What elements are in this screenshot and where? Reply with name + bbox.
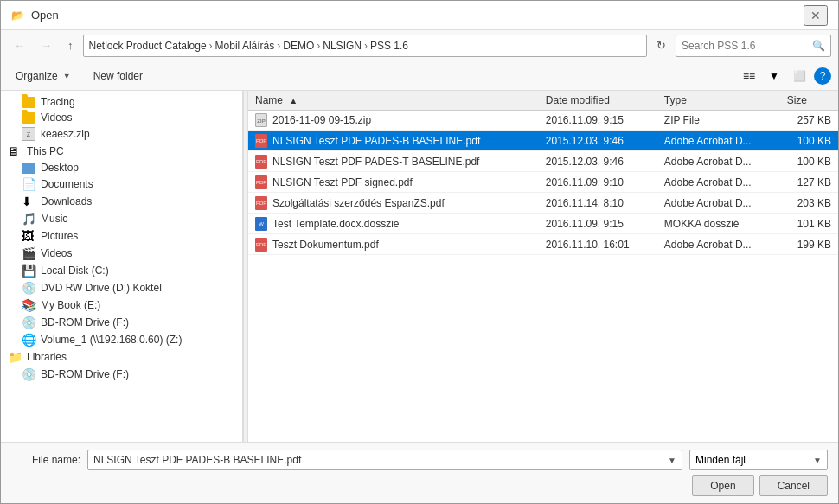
folder-icon (22, 97, 35, 108)
file-name-cell: W Test Template.docx.dosszie (248, 214, 539, 234)
file-list-panel: Name ▲ Date modified Type Size ZIP 2016-… (248, 91, 838, 442)
filename-dropdown-icon[interactable]: ▼ (668, 456, 676, 465)
pdf-icon: PDF (255, 238, 267, 252)
sidebar-item-this-pc[interactable]: 🖥 This PC (1, 143, 242, 160)
dvd-icon: 💿 (22, 281, 35, 295)
close-button[interactable]: ✕ (804, 5, 828, 26)
sidebar-item-label: keaesz.zip (41, 128, 90, 140)
music-icon: 🎵 (22, 212, 35, 226)
filetype-select[interactable]: Minden fájl ▼ (689, 450, 828, 470)
filetype-dropdown-icon[interactable]: ▼ (813, 456, 822, 465)
file-name: Test Template.docx.dosszie (272, 218, 400, 230)
file-icon-name: PDF Teszt Dokumentum.pdf (255, 238, 379, 252)
sidebar-item-desktop[interactable]: Desktop (1, 160, 242, 175)
column-date[interactable]: Date modified (539, 91, 657, 111)
up-button[interactable]: ↑ (61, 35, 80, 55)
book-icon: 📚 (22, 298, 35, 312)
table-row[interactable]: PDF NLSIGN Teszt PDF PADES-B BASELINE.pd… (248, 131, 838, 151)
file-date-cell: 2016.11.09. 9:10 (539, 172, 657, 193)
sidebar-item-label: Documents (41, 178, 93, 190)
table-row[interactable]: W Test Template.docx.dosszie 2016.11.09.… (248, 214, 838, 234)
bd-icon: 💿 (22, 316, 35, 329)
table-row[interactable]: PDF Szolgáltatási szerződés EspanZS.pdf … (248, 193, 838, 214)
breadcrumb[interactable]: Netlock Product Cataloge › Mobil Aláírás… (83, 35, 648, 57)
documents-icon: 📄 (22, 177, 35, 191)
breadcrumb-item: Mobil Aláírás (215, 40, 275, 52)
file-name-cell: ZIP 2016-11-09 09-15.zip (248, 111, 539, 131)
organize-label: Organize (16, 70, 58, 82)
docx-icon: W (255, 217, 267, 231)
file-size-cell: 203 KB (780, 193, 838, 214)
sidebar-item-libraries[interactable]: 📁 Libraries (1, 348, 242, 366)
pdf-icon: PDF (255, 134, 267, 148)
sidebar-item-label: Tracing (41, 96, 75, 108)
filetype-value: Minden fájl (695, 454, 813, 466)
sidebar-item-videos[interactable]: Videos (1, 110, 242, 125)
network-icon: 🌐 (22, 333, 35, 347)
sidebar-item-dvd-drive[interactable]: 💿 DVD RW Drive (D:) Koktel (1, 279, 242, 297)
file-icon-name: ZIP 2016-11-09 09-15.zip (255, 113, 371, 127)
file-name: NLSIGN Teszt PDF PADES-T BASELINE.pdf (272, 156, 479, 168)
column-name[interactable]: Name ▲ (248, 91, 539, 111)
cancel-button[interactable]: Cancel (759, 475, 828, 496)
sidebar-item-volume1[interactable]: 🌐 Volume_1 (\\192.168.0.60) (Z:) (1, 331, 242, 348)
sidebar-item-videos2[interactable]: 🎬 Videos (1, 245, 242, 262)
search-box: 🔍 (676, 35, 831, 57)
open-button[interactable]: Open (692, 475, 753, 496)
sidebar-item-downloads[interactable]: ⬇ Downloads (1, 193, 242, 210)
column-type[interactable]: Type (657, 91, 780, 111)
table-row[interactable]: ZIP 2016-11-09 09-15.zip 2016.11.09. 9:1… (248, 111, 838, 131)
sidebar-item-music[interactable]: 🎵 Music (1, 210, 242, 227)
view-details-button[interactable]: ≡≡ (737, 67, 761, 86)
library-icon: 📁 (8, 350, 22, 364)
sidebar-item-my-book[interactable]: 📚 My Book (E:) (1, 297, 242, 314)
file-icon-name: PDF NLSIGN Teszt PDF signed.pdf (255, 175, 413, 189)
file-name: NLSIGN Teszt PDF PADES-B BASELINE.pdf (272, 135, 480, 147)
file-date-cell: 2016.11.14. 8:10 (539, 193, 657, 214)
file-type-cell: Adobe Acrobat D... (657, 234, 780, 255)
file-size-cell: 100 KB (780, 151, 838, 172)
search-input[interactable] (682, 40, 812, 52)
sidebar-item-label: Videos (41, 247, 72, 259)
breadcrumb-item: Netlock Product Cataloge (89, 40, 207, 52)
view-dropdown-button[interactable]: ▼ (763, 67, 785, 86)
breadcrumb-item: PSS 1.6 (370, 40, 408, 52)
column-size[interactable]: Size (780, 91, 838, 111)
pdf-icon: PDF (255, 175, 267, 189)
sidebar-item-label: Libraries (27, 351, 67, 363)
forward-button[interactable]: → (35, 35, 58, 55)
file-size-cell: 100 KB (780, 131, 838, 151)
file-type-cell: Adobe Acrobat D... (657, 172, 780, 193)
breadcrumb-sep: › (364, 40, 368, 52)
sidebar-item-local-disk[interactable]: 💾 Local Disk (C:) (1, 262, 242, 279)
sidebar-item-pictures[interactable]: 🖼 Pictures (1, 227, 242, 245)
file-size-cell: 101 KB (780, 214, 838, 234)
sidebar-item-keaesz[interactable]: Z keaesz.zip (1, 125, 242, 143)
preview-pane-button[interactable]: ⬜ (787, 67, 812, 86)
file-list-header: Name ▲ Date modified Type Size (248, 91, 838, 111)
pdf-icon: PDF (255, 155, 267, 169)
file-type-cell: MOKKA dosszié (657, 214, 780, 234)
video-icon: 🎬 (22, 246, 35, 260)
sidebar-item-bd-rom2[interactable]: 💿 BD-ROM Drive (F:) (1, 366, 242, 383)
file-name-cell: PDF NLSIGN Teszt PDF signed.pdf (248, 172, 539, 193)
new-folder-button[interactable]: New folder (86, 67, 151, 86)
table-row[interactable]: PDF NLSIGN Teszt PDF PADES-T BASELINE.pd… (248, 151, 838, 172)
file-name: 2016-11-09 09-15.zip (272, 114, 371, 126)
new-folder-label: New folder (93, 70, 143, 82)
filename-value: NLSIGN Teszt PDF PADES-B BASELINE.pdf (93, 454, 668, 466)
back-button[interactable]: ← (8, 35, 31, 55)
file-name: Szolgáltatási szerződés EspanZS.pdf (272, 197, 445, 209)
refresh-button[interactable]: ↻ (650, 35, 672, 55)
help-button[interactable]: ? (814, 67, 831, 85)
table-row[interactable]: PDF Teszt Dokumentum.pdf 2016.11.10. 16:… (248, 234, 838, 255)
sidebar-item-documents[interactable]: 📄 Documents (1, 175, 242, 193)
sidebar-item-tracing[interactable]: Tracing (1, 94, 242, 110)
table-row[interactable]: PDF NLSIGN Teszt PDF signed.pdf 2016.11.… (248, 172, 838, 193)
sidebar-item-bd-rom[interactable]: 💿 BD-ROM Drive (F:) (1, 314, 242, 331)
organize-button[interactable]: Organize ▼ (8, 67, 79, 86)
filename-input-wrapper[interactable]: NLSIGN Teszt PDF PADES-B BASELINE.pdf ▼ (87, 450, 682, 470)
downloads-icon: ⬇ (22, 195, 35, 208)
sidebar-item-label: Volume_1 (\\192.168.0.60) (Z:) (41, 334, 182, 346)
breadcrumb-item: DEMO (283, 40, 314, 52)
